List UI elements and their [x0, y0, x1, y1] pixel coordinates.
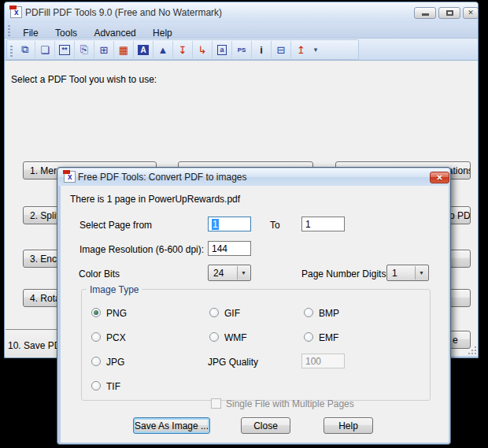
radio-emf-label: EMF: [319, 332, 338, 343]
page-digits-select[interactable]: 1 ▼: [386, 265, 429, 281]
chevron-down-icon: ▼: [237, 266, 250, 280]
jpg-quality-label: JPG Quality: [208, 357, 258, 368]
menu-advanced[interactable]: Advanced: [87, 25, 142, 39]
radio-bmp[interactable]: [304, 308, 313, 317]
dialog-close-button[interactable]: ✕: [430, 172, 449, 183]
convert-dialog: Free PDF Tools: Convert PDF to images ✕ …: [57, 167, 451, 445]
close-button[interactable]: ✕: [463, 7, 479, 19]
pdfill-dialog-icon: [64, 171, 76, 183]
reformat-pages-icon[interactable]: ⊞: [94, 41, 114, 58]
radio-pcx-label: PCX: [106, 332, 126, 343]
jpg-quality-input: 100: [301, 354, 345, 368]
radio-emf[interactable]: [304, 332, 313, 342]
radio-gif[interactable]: [209, 308, 219, 317]
help-button[interactable]: Help: [323, 417, 373, 434]
watermark-text-icon[interactable]: A: [134, 41, 153, 58]
maximize-button[interactable]: [438, 7, 460, 19]
main-window-title: PDFill PDF Tools 9.0 (Free and No Waterm…: [25, 7, 222, 18]
form-fields-icon[interactable]: a: [213, 41, 232, 58]
radio-wmf[interactable]: [209, 332, 219, 342]
dialog-client-area: There is 1 page in PowerUpRewards.pdf Se…: [61, 186, 449, 442]
tool-button-fragment-13[interactable]: [449, 250, 471, 268]
chevron-down-icon: ▼: [415, 266, 427, 280]
tool-prompt-label: Select a PDF Tool you wish to use:: [11, 74, 157, 85]
resolution-input[interactable]: 144: [208, 241, 251, 256]
maximize-icon: [446, 10, 453, 16]
menu-help[interactable]: Help: [146, 25, 179, 39]
radio-tif-label: TIF: [106, 381, 120, 392]
radio-wmf-label: WMF: [224, 332, 247, 343]
tool-button-save-pdf-clipped[interactable]: 10. Save PDF: [6, 329, 62, 358]
dialog-close-action-button[interactable]: Close: [241, 417, 290, 434]
toolbar: ⧉ ❏ ** ⎘ ⊞ ▦ A ▲ ↧ ↳ a PS i ⊟ ↥ ▾: [5, 39, 478, 61]
radio-jpg-label: JPG: [106, 357, 124, 368]
toolbar-band: ⧉ ❏ ** ⎘ ⊞ ▦ A ▲ ↧ ↳ a PS i ⊟ ↥ ▾: [6, 39, 359, 60]
toolbar-overflow-icon[interactable]: ▾: [311, 46, 320, 54]
radio-pcx[interactable]: [91, 332, 101, 342]
menu-file[interactable]: File: [16, 25, 45, 39]
menu-tools[interactable]: Tools: [48, 25, 84, 39]
encrypt-icon[interactable]: **: [55, 41, 75, 58]
scanner-icon[interactable]: ⊟: [272, 41, 291, 58]
page-to-input[interactable]: 1: [301, 217, 345, 231]
resolution-label: Image Resolution (6-600 dpi):: [79, 244, 204, 255]
color-bits-label: Color Bits: [79, 268, 120, 280]
menubar-grip[interactable]: [8, 25, 10, 36]
resize-grip[interactable]: [468, 346, 477, 355]
tool-button-fragment-14[interactable]: [449, 289, 471, 307]
radio-gif-label: GIF: [224, 308, 240, 319]
rotate-crop-icon[interactable]: ⎘: [75, 41, 94, 58]
main-titlebar[interactable]: PDFill PDF Tools 9.0 (Free and No Waterm…: [5, 2, 478, 23]
single-file-label: Single File with Multiple Pages: [226, 398, 354, 409]
page-digits-label: Page Number Digits:: [301, 268, 389, 280]
radio-png-label: PNG: [106, 308, 127, 319]
color-bits-select[interactable]: 24 ▼: [208, 265, 251, 281]
menu-bar: File Tools Advanced Help: [5, 23, 478, 39]
pdfill-app-icon: [10, 6, 22, 18]
image-type-groupbox: [81, 289, 431, 401]
watermark-image-icon[interactable]: ▲: [153, 41, 173, 58]
info-icon[interactable]: i: [252, 41, 272, 58]
postscript-icon[interactable]: PS: [232, 41, 252, 58]
close-icon: ✕: [468, 9, 474, 17]
dialog-title: Free PDF Tools: Convert PDF to images: [78, 172, 247, 183]
minimize-button[interactable]: [414, 7, 436, 19]
to-label: To: [270, 220, 280, 231]
single-file-checkbox: [211, 398, 221, 409]
dialog-close-icon: ✕: [436, 173, 442, 182]
merge-pdf-icon[interactable]: ⧉: [16, 41, 35, 58]
select-page-from-label: Select Page from: [79, 220, 152, 231]
header-footer-icon[interactable]: ▦: [114, 41, 134, 58]
scan-to-image-icon[interactable]: ↥: [291, 41, 311, 58]
radio-png[interactable]: [91, 308, 101, 317]
dialog-titlebar[interactable]: Free PDF Tools: Convert PDF to images ✕: [58, 168, 449, 186]
save-as-image-button[interactable]: Save As Image ...: [133, 417, 210, 434]
radio-jpg[interactable]: [91, 357, 101, 366]
page-count-info: There is 1 page in PowerUpRewards.pdf: [70, 194, 240, 205]
pdf-to-images-icon[interactable]: ↳: [193, 41, 213, 58]
image-type-label: Image Type: [87, 284, 142, 295]
page-from-input[interactable]: 1: [208, 217, 251, 231]
minimize-icon: [422, 13, 429, 16]
radio-bmp-label: BMP: [319, 308, 339, 319]
toolbar-grip[interactable]: [10, 46, 13, 57]
radio-tif[interactable]: [91, 381, 101, 391]
images-to-pdf-icon[interactable]: ↧: [173, 41, 193, 58]
split-reorder-icon[interactable]: ❏: [35, 41, 55, 58]
